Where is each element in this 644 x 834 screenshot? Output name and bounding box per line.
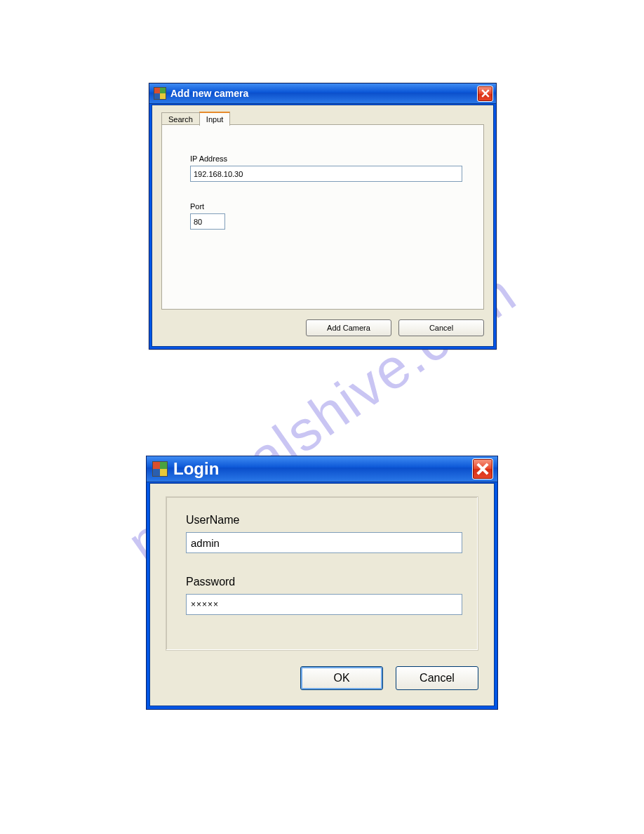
username-input[interactable]	[186, 532, 462, 553]
app-icon	[152, 461, 168, 477]
add-camera-dialog: Add new camera Search Input IP Address P…	[149, 83, 497, 350]
login-dialog: Login UserName Password OK Cancel	[146, 456, 498, 710]
button-row: Add Camera Cancel	[306, 319, 484, 336]
form-panel: UserName Password	[166, 496, 478, 651]
window-title: Login	[173, 459, 472, 479]
ip-address-input[interactable]	[190, 166, 462, 182]
close-button[interactable]	[477, 86, 493, 102]
tabstrip: Search Input	[161, 111, 230, 125]
ip-address-label: IP Address	[190, 154, 227, 163]
close-button[interactable]	[472, 458, 493, 479]
titlebar[interactable]: Add new camera	[149, 84, 496, 104]
tab-panel: IP Address Port	[161, 124, 484, 310]
button-row: OK Cancel	[300, 666, 478, 690]
ok-button[interactable]: OK	[300, 666, 383, 690]
port-input[interactable]	[190, 213, 225, 230]
add-camera-button[interactable]: Add Camera	[306, 319, 391, 336]
tab-input[interactable]: Input	[199, 112, 230, 126]
password-label: Password	[186, 576, 235, 588]
close-icon	[476, 463, 489, 475]
titlebar[interactable]: Login	[147, 456, 497, 482]
cancel-button[interactable]: Cancel	[396, 666, 478, 690]
port-label: Port	[190, 202, 204, 211]
window-title: Add new camera	[170, 88, 477, 99]
password-input[interactable]	[186, 594, 462, 615]
client-area: UserName Password OK Cancel	[149, 483, 495, 706]
cancel-button[interactable]: Cancel	[398, 319, 484, 336]
username-label: UserName	[186, 514, 239, 527]
close-icon	[481, 89, 490, 98]
client-area: Search Input IP Address Port Add Camera …	[152, 105, 494, 347]
app-icon	[154, 87, 166, 100]
